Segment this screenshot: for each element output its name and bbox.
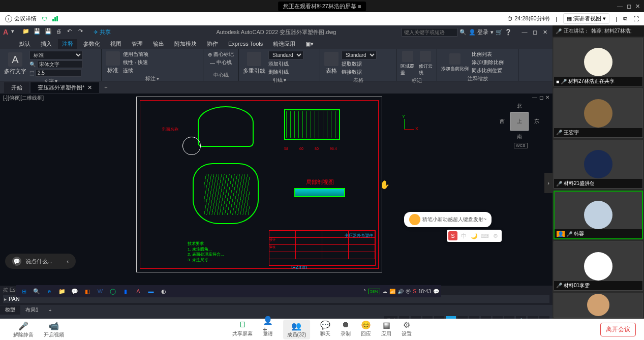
viewport-label[interactable]: [-][俯视][二维线框]: [3, 95, 44, 102]
members-button[interactable]: 👥 成员(32): [283, 320, 311, 339]
login-button[interactable]: 👤 登录: [469, 28, 488, 36]
add-leader-button[interactable]: 添加引线: [268, 60, 303, 68]
app-menu-icon[interactable]: ▾: [490, 29, 494, 36]
share-screen-button[interactable]: 🖥 共享屏幕: [232, 320, 253, 339]
invite-button[interactable]: 👤+ 邀请: [263, 320, 273, 339]
app-restore-button[interactable]: ◻: [530, 29, 539, 36]
tab-parametric[interactable]: 参数化: [79, 39, 104, 49]
network-signal-icon[interactable]: [52, 16, 58, 21]
explorer-icon[interactable]: 📁: [56, 286, 68, 296]
ime-logo-icon[interactable]: S: [448, 231, 457, 240]
tray-sogou-icon[interactable]: S: [413, 289, 416, 294]
tab-default[interactable]: 默认: [15, 39, 35, 49]
tencent-meeting-icon[interactable]: ▮: [120, 286, 131, 296]
panel-table-label[interactable]: 表格: [324, 76, 392, 84]
participant-tile[interactable]: 🎤材料01李雯: [554, 241, 643, 290]
leave-meeting-button[interactable]: 离开会议: [600, 323, 636, 336]
search-icon[interactable]: 🔍: [459, 29, 467, 36]
plot-icon[interactable]: 🖨: [56, 28, 64, 36]
tray-cloud-icon[interactable]: ☁: [382, 289, 387, 294]
close-tab-icon[interactable]: ✕: [87, 84, 92, 91]
wipeout-button[interactable]: 区域覆盖: [401, 51, 415, 76]
tab-layout1[interactable]: 布局1: [20, 305, 44, 315]
scale-list-button[interactable]: 比例列表: [472, 51, 504, 58]
tab-view[interactable]: 视图: [106, 39, 126, 49]
add-delete-scale-button[interactable]: 添加/删除比例: [472, 59, 504, 66]
vp-restore[interactable]: ◻: [539, 95, 543, 100]
weixin-icon[interactable]: ◯: [107, 286, 118, 296]
settings-button[interactable]: ⚙ 设置: [402, 320, 412, 339]
viewcube-top[interactable]: 上: [510, 112, 529, 131]
floating-window-button[interactable]: ⧉: [623, 15, 627, 22]
app-minimize-button[interactable]: —: [520, 29, 529, 36]
save-icon[interactable]: 💾: [34, 28, 42, 36]
sync-scale-button[interactable]: 同步比例位置: [472, 67, 504, 74]
tab-insert[interactable]: 插入: [37, 39, 56, 49]
add-current-scale-button[interactable]: 添加当前比例: [441, 53, 469, 72]
tab-overflow-icon[interactable]: ▣▾: [301, 40, 318, 48]
tab-output[interactable]: 输出: [149, 39, 168, 49]
mtext-button[interactable]: A多行文字: [4, 52, 26, 75]
tab-addins[interactable]: 附加模块: [170, 39, 201, 49]
tab-featured[interactable]: 精选应用: [269, 39, 299, 49]
vp-close[interactable]: ✕: [545, 95, 549, 100]
edge-icon[interactable]: e: [44, 286, 55, 296]
table-style-select[interactable]: Standard: [342, 51, 377, 59]
tab-start[interactable]: 开始: [4, 82, 29, 93]
extract-data-button[interactable]: 提取数据: [342, 60, 377, 68]
vp-minimize[interactable]: —: [532, 95, 537, 100]
wcs-label[interactable]: WCS: [514, 143, 528, 148]
text-style-select[interactable]: 标准: [29, 51, 83, 59]
centermark-button[interactable]: ⊕ 圆心标记: [208, 51, 234, 58]
dim-use-current[interactable]: 使用当前项: [123, 51, 148, 58]
tab-annotate[interactable]: 注释: [58, 39, 77, 49]
dim-quick-button[interactable]: 快速: [138, 59, 148, 66]
meeting-details-button[interactable]: i 会议详情: [5, 15, 37, 22]
ime-moon-icon[interactable]: 🌙: [470, 231, 479, 240]
new-icon[interactable]: ▾: [11, 28, 19, 36]
close-button[interactable]: ✕: [635, 3, 640, 10]
dim-continue-button[interactable]: 连续: [123, 67, 148, 74]
wechat-icon[interactable]: 💬: [69, 286, 80, 296]
saveas-icon[interactable]: 💾: [45, 28, 53, 36]
tray-clock[interactable]: 18:43: [418, 289, 431, 294]
help-search-input[interactable]: [402, 28, 457, 37]
add-layout-button[interactable]: +: [44, 306, 57, 314]
app-close-button[interactable]: ✕: [540, 29, 549, 36]
search-taskbar-icon[interactable]: 🔍: [31, 286, 42, 296]
participant-tile[interactable]: [554, 293, 643, 318]
multileader-button[interactable]: 多重引线: [243, 52, 265, 75]
video-button[interactable]: 📹 开启视频: [44, 321, 64, 338]
participant-tile[interactable]: 🎤材料21盛洪创: [554, 140, 643, 189]
exchange-icon[interactable]: 🛒: [496, 29, 503, 36]
autocad-taskbar-icon[interactable]: A: [133, 286, 144, 296]
app-icon-2[interactable]: ▬: [145, 286, 157, 296]
minimize-button[interactable]: —: [617, 3, 623, 10]
revcloud-button[interactable]: 修订云线: [419, 51, 433, 76]
share-button[interactable]: ✈ 共享: [94, 28, 111, 36]
start-button[interactable]: ⊞: [18, 286, 29, 296]
word-icon[interactable]: W: [95, 286, 106, 296]
tray-battery[interactable]: 58%: [368, 289, 380, 294]
tab-express[interactable]: Express Tools: [224, 40, 267, 48]
drawing-viewport[interactable]: [-][俯视][二维线框] —◻✕ 剖面名称 58608096.4 局部剖视图: [0, 94, 553, 286]
chat-collapse-icon[interactable]: ‹: [67, 258, 69, 264]
chat-button[interactable]: 💬 聊天: [320, 320, 330, 339]
participant-tile[interactable]: ■🎤材料27林浩正在共享: [554, 38, 643, 86]
table-button[interactable]: 表格: [324, 52, 339, 75]
help-icon[interactable]: ❔: [505, 29, 512, 36]
security-shield-icon[interactable]: 🛡: [42, 16, 47, 22]
view-mode-dropdown[interactable]: ▦ 演讲者视图 ▾: [563, 13, 609, 24]
dim-linear-button[interactable]: 线性: [123, 59, 133, 66]
ime-keyboard-icon[interactable]: ⌨: [480, 231, 489, 240]
remove-leader-button[interactable]: 删除引线: [268, 69, 303, 76]
collapse-sidebar-button[interactable]: ›: [544, 173, 553, 193]
panel-dimension-label[interactable]: 标注 ▾: [106, 74, 199, 82]
panel-leader-label[interactable]: 引线 ▾: [243, 76, 316, 84]
ime-lang-button[interactable]: 中: [459, 231, 468, 240]
participant-tile[interactable]: 🎤王宏宇: [554, 88, 643, 137]
text-height-input[interactable]: [36, 69, 81, 77]
tray-chevron-icon[interactable]: ˄: [363, 289, 366, 294]
tray-notifications-icon[interactable]: 💬: [433, 289, 439, 294]
tray-volume-icon[interactable]: 🔊: [397, 289, 404, 294]
